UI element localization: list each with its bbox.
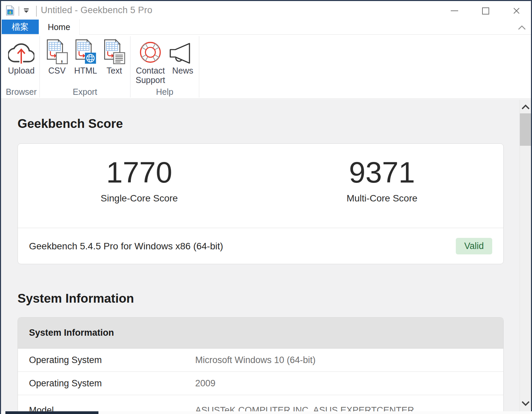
window-title: Untitled - Geekbench 5 Pro <box>41 1 152 19</box>
ribbon: Upload , CSV <box>1 35 531 99</box>
scroll-up-button[interactable] <box>520 102 531 112</box>
ribbon-tab-row: 檔案 Home <box>1 19 531 35</box>
single-core-label: Single-Core Score <box>101 193 178 204</box>
close-icon <box>513 7 520 15</box>
news-label: News <box>172 66 194 75</box>
titlebar-separator <box>19 6 19 16</box>
collapse-ribbon-button[interactable] <box>516 23 528 33</box>
megaphone-icon <box>169 37 197 66</box>
group-separator <box>199 36 199 98</box>
svg-text:,: , <box>60 51 64 64</box>
chevron-up-icon <box>517 23 527 32</box>
group-label-export: Export <box>40 87 130 97</box>
group-label-browser: Browser <box>4 87 39 97</box>
multi-core-label: Multi-Core Score <box>347 193 417 204</box>
row-value: 2009 <box>195 378 215 389</box>
row-value: Microsoft Windows 10 (64-bit) <box>195 355 316 365</box>
table-header: System Information <box>18 318 503 349</box>
multi-core-value: 9371 <box>349 157 415 188</box>
upload-label: Upload <box>8 66 34 75</box>
minimize-icon <box>451 10 458 11</box>
quick-access-caret-icon[interactable] <box>24 8 29 13</box>
export-text-button[interactable]: Text <box>101 37 127 75</box>
table-row: Operating System Microsoft Windows 10 (6… <box>18 349 503 372</box>
close-button[interactable] <box>508 4 525 18</box>
export-csv-icon: , <box>46 37 68 66</box>
contact-support-label: Contact Support <box>133 66 168 85</box>
row-label: Operating System <box>29 355 195 365</box>
single-core-block: 1770 Single-Core Score <box>18 144 261 228</box>
score-card: 1770 Single-Core Score 9371 Multi-Core S… <box>18 143 504 264</box>
title-bar: Untitled - Geekbench 5 Pro <box>1 1 531 19</box>
export-text-label: Text <box>107 66 122 75</box>
upload-button[interactable]: Upload <box>4 37 39 75</box>
row-label: Operating System <box>29 378 195 389</box>
valid-status-badge: Valid <box>456 238 492 254</box>
chevron-up-icon <box>520 103 531 111</box>
screen-edge-left <box>0 0 1 414</box>
vertical-scrollbar[interactable] <box>520 100 531 411</box>
system-information-heading: System Information <box>18 292 134 306</box>
tab-file[interactable]: 檔案 <box>2 20 39 34</box>
lifebuoy-icon <box>137 37 164 66</box>
export-csv-label: CSV <box>48 66 65 75</box>
titlebar-separator <box>36 6 37 17</box>
news-button[interactable]: News <box>169 37 197 75</box>
multi-core-block: 9371 Multi-Core Score <box>261 144 503 228</box>
cloud-upload-icon <box>8 37 34 66</box>
score-row: 1770 Single-Core Score 9371 Multi-Core S… <box>18 144 503 228</box>
single-core-value: 1770 <box>106 157 172 188</box>
chevron-down-icon <box>520 399 531 408</box>
taskbar-fragment <box>5 411 98 414</box>
maximize-icon <box>482 7 489 15</box>
version-row: Geekbench 5.4.5 Pro for Windows x86 (64-… <box>18 228 503 264</box>
tab-home[interactable]: Home <box>39 19 80 35</box>
group-label-help: Help <box>130 87 199 97</box>
app-icon[interactable] <box>6 5 14 16</box>
maximize-button[interactable] <box>477 4 494 18</box>
screen-edge-bottom <box>1 411 531 414</box>
minimize-button[interactable] <box>446 4 463 18</box>
export-html-label: HTML <box>74 66 97 75</box>
scroll-down-button[interactable] <box>520 398 531 409</box>
table-row: Operating System 2009 <box>18 372 503 395</box>
version-text: Geekbench 5.4.5 Pro for Windows x86 (64-… <box>29 241 223 252</box>
geekbench-score-heading: Geekbench Score <box>18 117 123 131</box>
scrollbar-thumb[interactable] <box>520 113 531 146</box>
screen-edge-top <box>0 0 532 1</box>
contact-support-button[interactable]: Contact Support <box>133 37 168 85</box>
system-information-table: System Information Operating System Micr… <box>18 317 504 414</box>
export-html-button[interactable]: HTML <box>70 37 101 75</box>
export-csv-button[interactable]: , CSV <box>44 37 70 75</box>
export-html-icon <box>75 37 97 66</box>
export-text-icon <box>103 37 125 66</box>
